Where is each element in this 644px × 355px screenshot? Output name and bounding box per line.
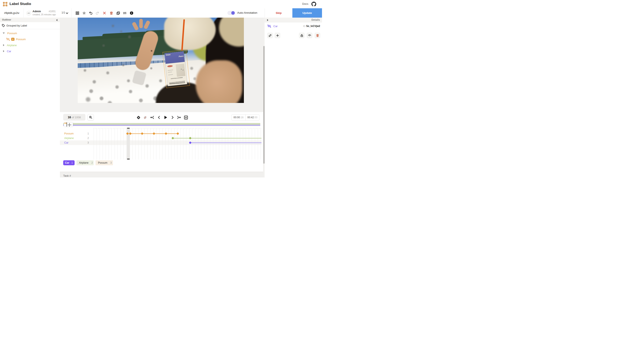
link-region-button[interactable]	[267, 32, 273, 38]
frame-counter[interactable]: 16 of 1008	[63, 114, 85, 121]
group-label: Airplane	[7, 44, 17, 47]
info-button[interactable]	[130, 11, 134, 15]
annotation-selector[interactable]: AD Admin #1001 created, 25 minutes ago 1…	[24, 8, 72, 17]
playhead-handle[interactable]	[127, 159, 130, 159]
outliner-group-car[interactable]: Car	[0, 48, 60, 54]
toggle-knob	[231, 11, 235, 15]
annotation-toolbar: #9pb8Lgs2iv AD Admin #1001 created, 25 m…	[0, 8, 322, 18]
update-button[interactable]: Update	[292, 8, 322, 17]
outliner-panel: Outliner Grouped by Label Possum 1 Possu…	[0, 17, 60, 177]
task-number-label: Task #	[63, 174, 71, 177]
redo-button[interactable]	[95, 11, 100, 15]
caret-right-icon[interactable]	[3, 50, 4, 52]
region-id-prefix: ID	[303, 25, 306, 27]
undo-button[interactable]	[89, 11, 93, 15]
duplicate-button[interactable]	[116, 11, 120, 15]
github-icon[interactable]	[312, 2, 316, 6]
transfer-button[interactable]	[123, 11, 127, 15]
video-foreground-hand	[196, 60, 242, 103]
collapse-timeline-button[interactable]	[184, 115, 188, 120]
reject-button[interactable]	[102, 11, 106, 15]
playhead-handle[interactable]	[127, 128, 130, 129]
collapse-left-icon[interactable]	[56, 19, 58, 21]
label-button-possum[interactable]: Possum3	[96, 160, 113, 165]
add-keyframe-button[interactable]	[136, 115, 141, 120]
selected-region-row[interactable]: Car ID 5o_lvCVjw2	[264, 24, 322, 28]
divider	[155, 115, 155, 119]
lock-region-button[interactable]	[299, 32, 304, 38]
tag-icon	[2, 24, 5, 27]
next-frame-button[interactable]	[170, 115, 175, 120]
minimap-airplane-span	[63, 124, 260, 124]
app-header: Label Studio Docs	[0, 0, 322, 8]
total-time[interactable]: 00:42:00	[245, 114, 259, 120]
outliner-region-possum[interactable]: 1 Possum	[0, 36, 60, 42]
divider	[72, 8, 72, 17]
timeline-minimap[interactable]	[63, 123, 260, 126]
minimap-playhead[interactable]	[66, 122, 67, 127]
track-row-car[interactable]: Car 3	[60, 141, 93, 145]
avatar: AD	[26, 11, 31, 15]
time-display: 00:00:16 00:42:00	[232, 114, 260, 121]
outliner-header: Outliner	[0, 17, 60, 22]
outliner-group-airplane[interactable]: Airplane	[0, 42, 60, 48]
docs-link[interactable]: Docs	[302, 2, 308, 5]
scrollbar-thumb[interactable]	[263, 46, 264, 164]
caret-down-icon[interactable]	[3, 32, 5, 34]
play-button[interactable]	[163, 115, 168, 120]
video-mole	[151, 50, 152, 51]
track-row-airplane[interactable]: Airplane 2	[60, 136, 93, 140]
app-title: Label Studio	[10, 2, 31, 6]
hide-region-button[interactable]	[307, 32, 312, 38]
region-id: 5o_lvCVjw2	[306, 25, 320, 27]
delete-region-button[interactable]	[314, 32, 320, 38]
delete-annotation-button[interactable]	[109, 11, 113, 15]
prev-frame-button[interactable]	[156, 115, 162, 120]
mouse-cursor	[67, 123, 72, 127]
views-grid-button[interactable]	[75, 11, 79, 15]
group-label: Possum	[7, 32, 17, 35]
details-header: Details	[264, 17, 322, 22]
divider	[60, 172, 264, 173]
outliner-title: Outliner	[2, 18, 11, 21]
region-border	[162, 49, 190, 88]
remove-keyframe-button-disabled	[142, 115, 148, 120]
video-finger	[132, 21, 139, 31]
minimap-car-span	[63, 125, 260, 125]
keyframe-span	[190, 142, 262, 143]
label-button-car[interactable]: Car1	[63, 160, 74, 165]
star-button[interactable]	[82, 11, 86, 15]
user-name: Admin	[32, 10, 41, 13]
track-row-possum[interactable]: Possum 1	[60, 131, 93, 136]
auto-annotation-toggle[interactable]	[228, 11, 235, 15]
video-canvas[interactable]: Seas Pass RATATOUILLE BOWERS	[78, 17, 244, 103]
task-id[interactable]: #9pb8Lgs2iv	[0, 8, 24, 17]
grouping-selector[interactable]: Grouped by Label	[0, 22, 60, 29]
timeline-grid[interactable]: Possum 1 Airplane 2 Car 3	[60, 128, 262, 159]
annotation-id: #1001	[49, 10, 56, 13]
zoom-in-button[interactable]	[88, 114, 94, 121]
total-frames: of 1008	[72, 116, 81, 119]
video-blur-spots	[78, 17, 80, 20]
skip-button[interactable]: Skip	[264, 8, 292, 17]
video-finger	[144, 20, 150, 30]
keyframe-span	[173, 138, 262, 139]
current-time[interactable]: 00:00:16	[232, 114, 245, 120]
video-finger	[139, 19, 143, 28]
label-button-airplane[interactable]: Airplane2	[76, 160, 94, 165]
annotation-pager: 1/1	[62, 11, 65, 14]
collapse-right-icon[interactable]	[267, 19, 268, 21]
outliner-group-possum[interactable]: Possum	[0, 30, 60, 36]
region-label: Possum	[16, 38, 26, 41]
chevron-down-icon[interactable]	[66, 12, 68, 14]
region-index-badge: 1	[11, 38, 14, 41]
region-rect-icon	[267, 24, 271, 28]
group-label: Car	[7, 50, 11, 53]
created-timestamp: created, 25 minutes ago	[32, 13, 56, 16]
add-relation-button[interactable]	[274, 32, 280, 38]
region-bounding-box[interactable]: Seas Pass RATATOUILLE BOWERS	[162, 49, 190, 88]
next-keyframe-button[interactable]	[176, 115, 182, 120]
prev-keyframe-button[interactable]	[150, 115, 154, 120]
caret-right-icon[interactable]	[3, 44, 4, 46]
frame-ticks	[94, 128, 262, 129]
